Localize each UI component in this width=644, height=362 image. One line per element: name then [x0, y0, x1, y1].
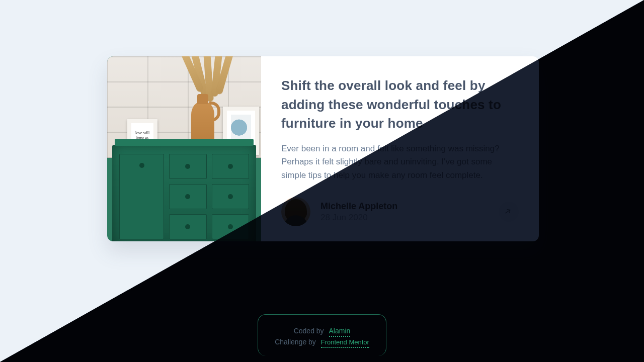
author-name: Michelle Appleton	[320, 201, 397, 212]
article-hero-image	[107, 56, 261, 241]
author-block: Michelle Appleton 28 Jun 2020	[320, 201, 397, 223]
attribution-coded-by: Coded by Alamin	[263, 327, 381, 335]
attribution-box: Coded by Alamin Challenge by Frontend Me…	[258, 314, 386, 356]
article-footer: Michelle Appleton 28 Jun 2020	[281, 187, 519, 226]
publish-date: 28 Jun 2020	[320, 213, 397, 223]
dresser-illustration	[112, 145, 256, 241]
article-title: Shift the overall look and feel by addin…	[281, 76, 519, 133]
coded-by-label: Coded by	[294, 327, 324, 335]
challenge-by-label: Challenge by	[275, 338, 316, 346]
share-icon	[504, 207, 513, 217]
article-preview-card: Shift the overall look and feel by addin…	[107, 56, 539, 241]
article-description: Ever been in a room and felt like someth…	[281, 142, 519, 182]
article-body: Shift the overall look and feel by addin…	[261, 56, 539, 241]
coded-by-link[interactable]: Alamin	[329, 327, 351, 337]
share-button[interactable]	[499, 202, 519, 222]
attribution-challenge-by: Challenge by Frontend Mentor	[263, 338, 381, 346]
challenge-by-link[interactable]: Frontend Mentor	[321, 338, 369, 348]
author-avatar	[281, 197, 310, 226]
